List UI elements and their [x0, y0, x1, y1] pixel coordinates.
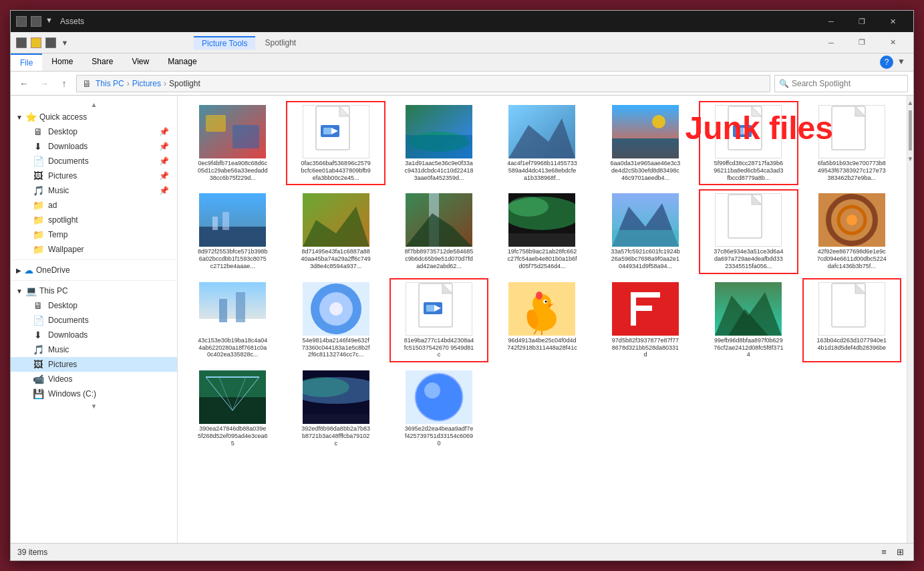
- sidebar-item-desktop-pinned[interactable]: 🖥 Desktop 📌: [11, 124, 177, 139]
- sidebar-item-videos-pc[interactable]: 📹 Videos: [11, 372, 177, 386]
- file-item[interactable]: 3695e2d2ea4beaa9adf7ef425739751d33154c60…: [390, 366, 488, 451]
- sidebar-item-music-pinned[interactable]: 🎵 Music 📌: [11, 183, 177, 198]
- sidebar-item-wallpaper[interactable]: 📁 Wallpaper: [11, 242, 177, 257]
- svg-point-46: [846, 215, 857, 225]
- scroll-down-arrow[interactable]: ▼: [907, 152, 913, 165]
- file-item[interactable]: 33a57fc5921c601fc1924b26a596bc7698a9f0aa…: [596, 189, 695, 273]
- svg-rect-73: [631, 306, 652, 311]
- help-icon[interactable]: ?: [880, 55, 893, 69]
- quick-access-icon: ⭐: [25, 112, 37, 122]
- secondary-chevron-icon[interactable]: ▼: [60, 38, 69, 47]
- sidebar-item-desktop-pc[interactable]: 🖥 Desktop: [11, 298, 177, 313]
- svg-rect-15: [612, 138, 679, 158]
- sidebar-item-temp[interactable]: 📁 Temp: [11, 227, 177, 242]
- file-area: 0ec9f4bfb71ea908c68d6c05d1c29abe56a33eed…: [178, 96, 907, 543]
- tab-view[interactable]: View: [122, 53, 158, 71]
- sidebar-item-pictures-pinned[interactable]: 🖼 Pictures 📌: [11, 168, 177, 183]
- vertical-scrollbar[interactable]: ▲ ▼: [907, 96, 913, 543]
- breadcrumb-pictures[interactable]: Pictures: [132, 79, 161, 88]
- sidebar-item-downloads-pc[interactable]: ⬇ Downloads: [11, 328, 177, 342]
- file-item[interactable]: 4ac4f1ef79968b11455733589a4d4dc413e68ebd…: [492, 101, 591, 185]
- file-item[interactable]: 390ea247846db88a039e5f268d52ef095ad4e3ce…: [183, 366, 282, 451]
- view-details-button[interactable]: ≡: [877, 546, 891, 559]
- sidebar-onedrive-header[interactable]: ▶ ☁ OneDrive: [11, 263, 177, 277]
- secondary-close[interactable]: ✕: [877, 33, 908, 52]
- file-item[interactable]: 43c153e30b19ba18c4a044ab6220280a18f7681c…: [183, 278, 282, 362]
- tab-home[interactable]: Home: [42, 53, 82, 71]
- tab-file[interactable]: File: [11, 53, 42, 71]
- back-button[interactable]: ←: [16, 76, 32, 92]
- file-item[interactable]: 42f92ee8677698d6e1e9c7cd094e6611d00dbc52…: [802, 189, 901, 273]
- sidebar-item-downloads-pinned[interactable]: ⬇ Downloads 📌: [11, 139, 177, 154]
- folder-icon: 📁: [32, 200, 44, 211]
- file-item-junk[interactable]: 81e9ba277c14bd42308a4fc515037542670 9549…: [390, 278, 488, 362]
- sidebar-pictures-label: Pictures: [48, 171, 77, 181]
- secondary-icon3: [45, 37, 56, 48]
- secondary-restore[interactable]: ❐: [846, 33, 877, 52]
- file-image-svg: [303, 282, 369, 336]
- file-item[interactable]: 99efb96d8bfaa897f0b62976cf2ae2412d08fc5f…: [699, 278, 798, 362]
- svg-point-66: [536, 292, 543, 300]
- view-tiles-button[interactable]: ⊞: [893, 546, 907, 559]
- file-image-svg: [715, 282, 782, 336]
- scroll-up-arrow[interactable]: ▲: [907, 96, 913, 109]
- breadcrumb-this-pc[interactable]: This PC: [96, 79, 124, 88]
- file-item[interactable]: 8d71495e43fa1c6887a8840aa45ba74a29a2ff6c…: [286, 189, 385, 273]
- forward-button[interactable]: →: [36, 76, 52, 92]
- file-item[interactable]: 6aa0da31e965aae46e3c3de4d2c5b30efd8d8349…: [596, 101, 695, 185]
- file-item[interactable]: 0ec9f4bfb71ea908c68d6c05d1c29abe56a33eed…: [183, 101, 282, 185]
- svg-rect-89: [303, 414, 369, 424]
- sidebar-desktop-pc-label: Desktop: [48, 301, 78, 310]
- secondary-minimize[interactable]: ─: [816, 33, 846, 52]
- sidebar-item-music-pc[interactable]: 🎵 Music: [11, 342, 177, 357]
- window: ▼ Assets ─ ❐ ✕ ▼ Picture Tools Spotlight…: [10, 10, 914, 561]
- file-item[interactable]: 8f7bb89735712de584685c9b6dc65b9e51d070d7…: [390, 189, 488, 273]
- file-item[interactable]: 54e9814ba2146f49e632f73360c044183a1e5c8b…: [286, 278, 385, 362]
- downloads-icon: ⬇: [32, 141, 44, 152]
- close-button[interactable]: ✕: [877, 11, 908, 32]
- file-item[interactable]: 19fc758b9ac21ab28fc662c27fc54aeb4e801b0a…: [492, 189, 591, 273]
- sidebar-quick-access-header[interactable]: ▼ ⭐ Quick access: [11, 110, 177, 124]
- search-icon: 🔍: [779, 79, 789, 88]
- file-thumbnail: [303, 193, 369, 247]
- sidebar-item-spotlight[interactable]: 📁 spotlight: [11, 213, 177, 227]
- file-item[interactable]: 6fa5b91b93c9e700773b849543f67383927c127e…: [802, 101, 901, 185]
- minimize-button[interactable]: ─: [816, 11, 846, 32]
- file-item[interactable]: 3a1d91aac5e36c9e0f33ac9431dcbdc41c10d224…: [390, 101, 488, 185]
- search-input[interactable]: [792, 79, 903, 88]
- svg-rect-11: [406, 135, 472, 158]
- file-thumbnail: [406, 370, 472, 424]
- picture-tools-label: Picture Tools: [194, 36, 255, 49]
- sidebar-this-pc-header[interactable]: ▼ 💻 This PC: [11, 283, 177, 298]
- sidebar-item-pictures-pc[interactable]: 🖼 Pictures: [11, 357, 177, 372]
- file-thumbnail: [303, 370, 369, 424]
- sidebar-item-ad[interactable]: 📁 ad: [11, 198, 177, 213]
- restore-button[interactable]: ❐: [846, 11, 877, 32]
- sidebar-scroll-down[interactable]: ▼: [11, 401, 177, 411]
- file-item[interactable]: 392edf8b98da8bb2a7b83b8721b3ac48fffcba79…: [286, 366, 385, 451]
- chevron-down-icon[interactable]: ▼: [897, 57, 908, 68]
- title-controls: ─ ❐ ✕: [816, 11, 908, 32]
- sidebar-scroll-up[interactable]: ▲: [11, 100, 177, 110]
- up-button[interactable]: ↑: [56, 76, 72, 92]
- sidebar-item-documents-pinned[interactable]: 📄 Documents 📌: [11, 154, 177, 168]
- file-item[interactable]: 8d972f2553bfce571b398b6a02bccdbb1f1593c8…: [183, 189, 282, 273]
- sidebar-item-documents-pc[interactable]: 📄 Documents: [11, 313, 177, 328]
- sidebar-item-windows-c[interactable]: 💾 Windows (C:): [11, 386, 177, 401]
- file-grid: 0ec9f4bfb71ea908c68d6c05d1c29abe56a33eed…: [183, 101, 901, 451]
- file-item-junk[interactable]: 37c86e934e3a51ce3d6a4da697a729ae4deafbdd…: [699, 189, 798, 273]
- file-thumbnail-generic: [818, 105, 885, 158]
- tab-manage[interactable]: Manage: [158, 53, 206, 71]
- file-item-junk[interactable]: 5f99ffcd38cc28717fa39b696211ba8ed6cb54ca…: [699, 101, 798, 185]
- scroll-thumb[interactable]: [909, 110, 912, 150]
- tab-share[interactable]: Share: [82, 53, 122, 71]
- svg-rect-27: [212, 217, 218, 230]
- pictures-icon: 🖼: [32, 170, 44, 181]
- file-image-svg: [612, 193, 679, 247]
- chevron-right-icon: ▼: [16, 114, 23, 121]
- desktop-icon: 🖥: [32, 126, 44, 137]
- file-item-junk[interactable]: 0fac3566baf536896c2579bcfc6ee01ab4437809…: [286, 101, 385, 185]
- file-item[interactable]: 96d4913a4be25c04f0d4d742f2918b311448a28f…: [492, 278, 591, 362]
- file-item-junk[interactable]: 163b04cd263d1077940e14b1d18d5def4db28396…: [802, 278, 901, 362]
- file-item[interactable]: 97d5b82f3937877e87f778678d321bb528da8033…: [596, 278, 695, 362]
